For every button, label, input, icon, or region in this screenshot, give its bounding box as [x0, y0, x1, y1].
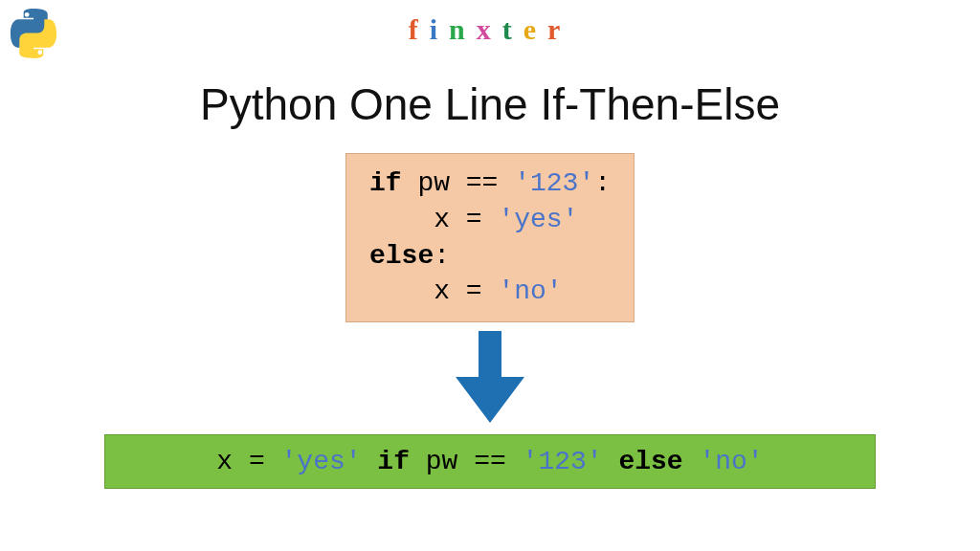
keyword-if: if — [377, 447, 410, 476]
code-text: pw == — [410, 447, 523, 476]
brand-letter: e — [523, 13, 547, 46]
keyword-else: else — [618, 447, 682, 476]
code-text — [603, 447, 619, 476]
code-text: : — [434, 241, 450, 271]
string-literal: '123' — [514, 168, 594, 198]
brand-logo: finxter — [409, 13, 572, 46]
string-literal: 'no' — [498, 276, 562, 306]
brand-letter: r — [547, 13, 571, 46]
python-logo-icon — [8, 8, 59, 63]
arrow-down-icon — [456, 331, 524, 427]
code-text: x = — [369, 276, 498, 306]
code-block-multiline: if pw == '123': x = 'yes' else: x = 'no' — [345, 153, 635, 322]
code-block-oneline: x = 'yes' if pw == '123' else 'no' — [104, 434, 876, 489]
keyword-if: if — [369, 168, 402, 198]
page-title: Python One Line If-Then-Else — [200, 78, 780, 130]
string-literal: 'yes' — [498, 205, 578, 234]
string-literal: 'no' — [699, 447, 763, 476]
code-text: x = — [216, 447, 280, 476]
string-literal: '123' — [523, 447, 603, 476]
code-text: x = — [369, 205, 498, 234]
code-text — [362, 447, 378, 476]
code-text: : — [594, 168, 611, 198]
string-literal: 'yes' — [281, 447, 362, 476]
brand-letter: f — [409, 13, 430, 46]
brand-letter: t — [502, 13, 523, 46]
brand-letter: x — [477, 13, 502, 46]
code-text: pw == — [402, 168, 515, 198]
brand-letter: i — [430, 13, 449, 46]
code-text — [683, 447, 700, 476]
keyword-else: else — [369, 241, 434, 271]
brand-letter: n — [449, 13, 477, 46]
